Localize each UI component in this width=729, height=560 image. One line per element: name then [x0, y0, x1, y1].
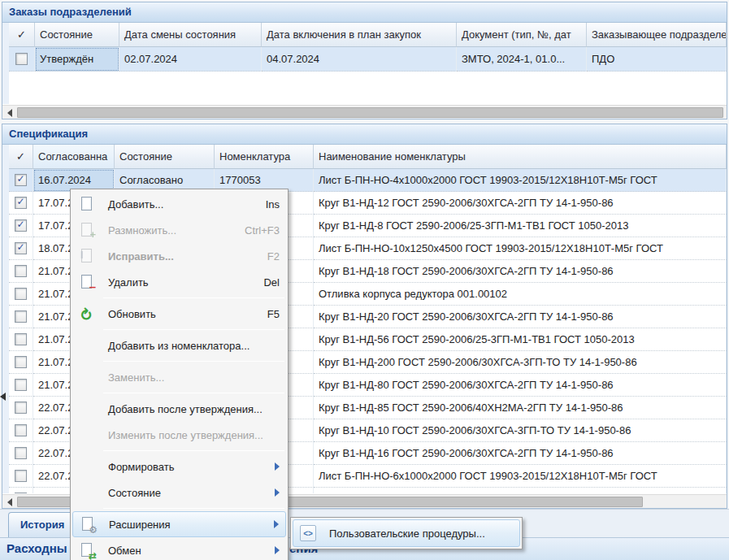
menu-icon-gutter: I [72, 243, 102, 269]
menu-item-label: Добавить из номенклатора... [102, 340, 280, 352]
orders-table-row[interactable]: Утверждён02.07.202404.07.2024ЗМТО, 2024-… [9, 47, 727, 72]
cell-select[interactable] [9, 47, 35, 72]
orders-horizontal-scrollbar[interactable] [2, 105, 727, 119]
row-checkbox[interactable] [15, 197, 27, 209]
menu-item: Изменить после утверждения... [72, 422, 286, 448]
scroll-left-icon[interactable] [4, 107, 15, 118]
menu-item[interactable]: Состояние [72, 480, 286, 506]
row-checkbox[interactable] [15, 53, 28, 65]
cell-select[interactable] [9, 215, 33, 237]
row-checkbox[interactable] [15, 310, 27, 323]
select-all-column-header[interactable]: ✓ [9, 23, 35, 47]
cell-nomenclature-name[interactable]: Круг В1-НД-100 ГОСТ 2590-2006/30ХГСА-2ГП… [314, 488, 727, 493]
menu-item-label: Заменить... [102, 371, 280, 384]
cell-select[interactable] [9, 465, 33, 488]
cell-nomenclature-name[interactable]: Отливка корпуса редуктора 001.00102 [314, 283, 727, 306]
menu-item: IИсправить...F2 [72, 243, 286, 269]
menu-item[interactable]: ⟳ОбновитьF5 [72, 301, 286, 327]
cell-nomenclature-name[interactable]: Круг В1-НД-80 ГОСТ 2590-2006/30ХГСА-2ГП … [314, 374, 727, 397]
cell-select[interactable] [9, 306, 33, 328]
cell-nomenclature-name[interactable]: Круг В1-НД-200 ГОСТ 2590-2006/30ХГСА-3ГП… [314, 351, 727, 374]
cell-select[interactable] [9, 237, 33, 260]
row-checkbox[interactable] [15, 493, 27, 493]
select-all-column-header[interactable]: ✓ [9, 145, 33, 169]
specification-panel-title: Спецификация [2, 124, 727, 145]
orders-scrollbar-thumb[interactable] [17, 107, 723, 118]
bottom-header-text-left: Расходны [7, 541, 67, 555]
row-checkbox[interactable] [15, 333, 27, 345]
cell-nomenclature-name[interactable]: Круг В1-НД-8 ГОСТ 2590-2006/25-3ГП-М1-ТВ… [314, 215, 727, 237]
orders-column-header[interactable]: Заказывающее подразделе [587, 23, 727, 47]
cell-nomenclature-name[interactable]: Лист Б-ПН-НО-4х1000х2000 ГОСТ 19903-2015… [314, 169, 727, 192]
cell-document[interactable]: ЗМТО, 2024-1, 01.0... [457, 47, 587, 72]
spec-column-header[interactable]: Согласованна [33, 145, 115, 169]
menu-item[interactable]: Добавить после утверждения... [72, 396, 286, 422]
cell-select[interactable] [9, 374, 33, 397]
cell-nomenclature-name[interactable]: Круг В1-НД-16 ГОСТ 2590-2006/30ХГСА-2ГП … [314, 442, 727, 465]
cell-nomenclature-name[interactable]: Круг В1-НД-18 ГОСТ 2590-2006/30ХГСА-2ГП … [314, 260, 727, 283]
cell-select[interactable] [9, 488, 33, 493]
orders-column-header[interactable]: Дата смены состояния [119, 23, 262, 47]
orders-column-header[interactable]: Документ (тип, №, дат [457, 23, 587, 47]
row-checkbox[interactable] [15, 242, 27, 254]
menu-item[interactable]: –УдалитьDel [72, 269, 286, 295]
menu-item[interactable]: Формировать [72, 454, 286, 480]
cell-select[interactable] [9, 192, 33, 215]
menu-icon-gutter: + [72, 217, 102, 243]
menu-item[interactable]: ⇄Обмен [72, 537, 286, 560]
cell-nomenclature-name[interactable]: Лист Б-ПН-НО-6х1000х2000 ГОСТ 19903-2015… [314, 465, 727, 488]
menu-item-label: Размножить... [102, 224, 233, 237]
cell-nomenclature-name[interactable]: Круг В1-НД-56 ГОСТ 2590-2006/25-3ГП-М1-Т… [314, 328, 727, 351]
spec-header-row: ✓СогласованнаСостояниеНоменклатураНаимен… [9, 145, 727, 169]
menu-item: +Размножить...Ctrl+F3 [72, 217, 286, 243]
menu-separator [103, 329, 284, 330]
cell-state[interactable]: Утверждён [35, 47, 119, 72]
orders-panel: Заказы подразделений ✓СостояниеДата смен… [2, 2, 727, 119]
menu-icon-gutter [72, 480, 102, 506]
cell-select[interactable] [9, 169, 33, 192]
row-checkbox[interactable] [15, 424, 27, 436]
row-checkbox[interactable] [15, 379, 27, 391]
orders-grid: ✓СостояниеДата смены состоянияДата включ… [2, 23, 727, 104]
cell-nomenclature-name[interactable]: Круг В1-НД-20 ГОСТ 2590-2006/30ХГСА-2ГП … [314, 306, 727, 328]
row-checkbox[interactable] [15, 356, 27, 368]
cell-nomenclature-name[interactable]: Лист Б-ПН-НО-10х1250х4500 ГОСТ 19903-201… [314, 237, 727, 260]
row-checkbox[interactable] [15, 174, 27, 186]
duplicate-document-icon: + [80, 223, 94, 237]
orders-panel-title: Заказы подразделений [2, 2, 727, 23]
submenu-item[interactable]: <>Пользовательские процедуры... [293, 519, 520, 547]
row-checkbox[interactable] [15, 470, 27, 482]
orders-column-header[interactable]: Состояние [35, 23, 119, 47]
menu-item-label: Удалить [102, 276, 252, 289]
cell-state-change-date[interactable]: 02.07.2024 [119, 47, 262, 72]
splitter-collapse-icon[interactable] [0, 393, 6, 401]
cell-nomenclature-name[interactable]: Круг В1-НД-10 ГОСТ 2590-2006/30ХГСА-3ГП-… [314, 419, 727, 442]
cell-nomenclature-name[interactable]: Круг В1-НД-12 ГОСТ 2590-2006/30ХГСА-2ГП … [314, 192, 727, 215]
scroll-left-icon[interactable] [4, 497, 15, 507]
menu-item-label: Добавить после утверждения... [102, 403, 280, 415]
cell-select[interactable] [9, 283, 33, 306]
spec-column-header[interactable]: Номенклатура [215, 145, 314, 169]
cell-select[interactable] [9, 419, 33, 442]
row-checkbox[interactable] [15, 288, 27, 300]
row-checkbox[interactable] [15, 265, 27, 277]
cell-nomenclature-name[interactable]: Круг В1-НД-85 ГОСТ 2590-2006/40ХН2МА-2ГП… [314, 397, 727, 419]
menu-item[interactable]: Добавить...Ins [72, 191, 286, 217]
row-checkbox[interactable] [15, 402, 27, 414]
spec-column-header[interactable]: Состояние [115, 145, 215, 169]
row-checkbox[interactable] [15, 447, 27, 459]
cell-select[interactable] [9, 260, 33, 283]
cell-select[interactable] [9, 442, 33, 465]
cell-select[interactable] [9, 328, 33, 351]
menu-item[interactable]: ⚙Расширения [72, 511, 286, 537]
spec-column-header[interactable]: Наименование номенклатуры [314, 145, 727, 169]
orders-column-header[interactable]: Дата включения в план закупок [262, 23, 457, 47]
icon-badge: I [80, 250, 83, 260]
cell-select[interactable] [9, 397, 33, 419]
menu-item[interactable]: Добавить из номенклатора... [72, 332, 286, 358]
row-checkbox[interactable] [15, 219, 27, 232]
cell-plan-date[interactable]: 04.07.2024 [262, 47, 457, 72]
menu-item: Заменить... [72, 364, 286, 390]
cell-select[interactable] [9, 351, 33, 374]
cell-department[interactable]: ПДО [587, 47, 727, 72]
